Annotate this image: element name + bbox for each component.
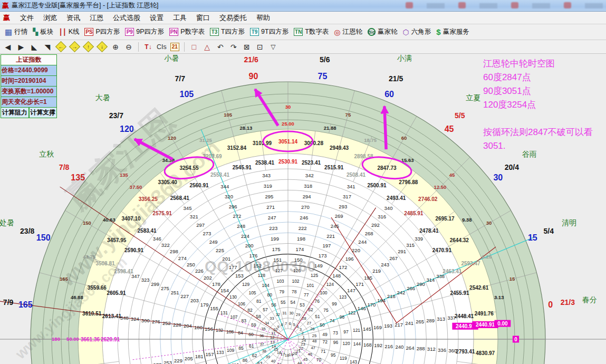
- svg-text:3152.84: 3152.84: [227, 145, 247, 151]
- svg-text:18.75: 18.75: [364, 137, 377, 143]
- cls-button[interactable]: CIs: [157, 42, 167, 52]
- svg-text:2613.41: 2613.41: [102, 313, 122, 319]
- menu-browse[interactable]: 浏览: [43, 13, 57, 23]
- menu-help[interactable]: 帮助: [256, 13, 270, 23]
- forward-button[interactable]: ▶: [16, 42, 26, 52]
- svg-text:245: 245: [331, 223, 339, 229]
- calc-support-button[interactable]: 计算支撑: [29, 108, 57, 118]
- svg-text:202: 202: [204, 275, 212, 281]
- svg-text:226: 226: [195, 268, 204, 274]
- svg-text:46: 46: [308, 352, 312, 357]
- svg-text:2440.91: 2440.91: [456, 323, 475, 329]
- toolbar-t-square-button[interactable]: T3T四方形: [210, 27, 245, 36]
- svg-text:221: 221: [326, 233, 335, 239]
- svg-text:345: 345: [184, 205, 192, 211]
- svg-text:60: 60: [248, 332, 254, 337]
- menu-trade[interactable]: 交易委托: [219, 13, 247, 23]
- funnel-button[interactable]: ▽: [268, 42, 278, 52]
- back-button[interactable]: ◀: [3, 42, 13, 52]
- svg-text:101: 101: [306, 283, 314, 288]
- t-down-button[interactable]: T↓: [143, 42, 153, 52]
- calendar-button[interactable]: 21: [170, 43, 179, 51]
- svg-text:194: 194: [377, 298, 386, 303]
- svg-text:145: 145: [363, 326, 371, 332]
- main-toolbar: ▦行情 ▚板块 ┃┃K线 PSP四方形 P99P四方形 PNP数字表 T3T四方…: [0, 24, 606, 40]
- menu-news[interactable]: 资讯: [66, 13, 80, 23]
- svg-text:8: 8: [281, 322, 283, 327]
- dollar-icon: $: [436, 27, 440, 36]
- draw-triangle-button[interactable]: △: [203, 42, 212, 52]
- toolbar-9p-square-button[interactable]: P99P四方形: [125, 27, 164, 36]
- svg-text:132: 132: [216, 328, 223, 333]
- svg-text:52: 52: [308, 307, 313, 312]
- svg-text:4: 4: [296, 324, 299, 329]
- menu-window[interactable]: 窗口: [196, 13, 210, 23]
- menu-file[interactable]: 文件: [20, 13, 34, 23]
- svg-text:315: 315: [406, 242, 415, 248]
- toolbar-winner-wheel-button[interactable]: Big赢家轮: [368, 27, 398, 36]
- svg-text:248: 248: [237, 223, 245, 229]
- svg-text:346: 346: [153, 236, 161, 242]
- expand-button[interactable]: ⊠: [242, 42, 252, 52]
- svg-text:205: 205: [185, 356, 193, 361]
- toolbar-gann-wheel-button[interactable]: ◎江恩轮: [334, 27, 362, 36]
- toolbar-hexagon-button[interactable]: ⬡六角形: [403, 27, 431, 36]
- svg-text:2455.91: 2455.91: [450, 290, 469, 296]
- svg-text:109: 109: [227, 348, 234, 353]
- svg-text:218: 218: [387, 293, 396, 299]
- svg-text:179: 179: [200, 302, 209, 308]
- menu-tools[interactable]: 工具: [173, 13, 187, 23]
- svg-text:154: 154: [220, 288, 229, 293]
- svg-text:228: 228: [173, 322, 181, 328]
- svg-text:316: 316: [378, 214, 386, 219]
- shrink-button[interactable]: ⊡: [255, 42, 265, 52]
- svg-text:341: 341: [347, 184, 355, 189]
- calc-resistance-button[interactable]: 计算阻力: [1, 108, 29, 118]
- svg-text:229: 229: [174, 358, 182, 363]
- svg-text:30: 30: [289, 311, 293, 315]
- toolbar-winner-service-button[interactable]: $赢家服务: [436, 27, 469, 36]
- pan-down-button[interactable]: ↓: [97, 41, 108, 52]
- svg-text:110: 110: [232, 362, 239, 364]
- pan-right-button[interactable]: →: [69, 41, 80, 52]
- draw-square-button[interactable]: □: [189, 42, 199, 52]
- toolbar-p-square-button[interactable]: PSP四方形: [84, 27, 120, 36]
- svg-text:63: 63: [257, 361, 263, 364]
- svg-text:3661.36: 3661.36: [81, 337, 100, 342]
- svg-text:266: 266: [407, 285, 415, 291]
- svg-text:60: 60: [384, 90, 394, 99]
- svg-text:5/5: 5/5: [455, 111, 465, 120]
- svg-text:296: 296: [229, 204, 237, 209]
- rotate-right-button[interactable]: ◥: [43, 42, 52, 52]
- price-row: 价格=2440.9099: [1, 65, 57, 76]
- toolbar-quotes-button[interactable]: ▦行情: [5, 27, 27, 37]
- winner-wheel-icon: Big: [368, 28, 376, 36]
- menu-formula-stockpick[interactable]: 公式选股: [113, 13, 140, 23]
- svg-text:123: 123: [339, 294, 347, 300]
- svg-text:37.50: 37.50: [130, 184, 142, 190]
- rotate-cw-button[interactable]: ↷: [229, 42, 238, 52]
- pan-up-button[interactable]: ↑: [83, 41, 94, 52]
- zoom-out-button[interactable]: ⊖: [124, 42, 133, 52]
- svg-text:45: 45: [449, 172, 455, 178]
- rotate-ccw-button[interactable]: ↶: [216, 42, 225, 52]
- zoom-in-button[interactable]: ⊕: [111, 42, 120, 52]
- svg-text:2796.88: 2796.88: [399, 179, 418, 185]
- toolbar-9t-square-button[interactable]: T99T四方形: [250, 27, 288, 36]
- toolbar-sectors-button[interactable]: ▚板块: [33, 27, 53, 36]
- menu-gann[interactable]: 江恩: [90, 13, 103, 23]
- menu-settings[interactable]: 设置: [150, 13, 163, 23]
- svg-text:295: 295: [265, 194, 273, 199]
- svg-text:297: 297: [196, 222, 205, 228]
- svg-text:97: 97: [343, 329, 349, 334]
- svg-text:219: 219: [372, 268, 381, 274]
- toolbar-p-table-button[interactable]: PNP数字表: [169, 27, 205, 36]
- svg-text:3610.51: 3610.51: [82, 311, 102, 317]
- toolbar-kline-button[interactable]: ┃┃K线: [59, 27, 79, 36]
- svg-text:21.88: 21.88: [324, 125, 336, 131]
- pan-left-button[interactable]: ←: [55, 41, 66, 52]
- toolbar-t-table-button[interactable]: TNT数字表: [294, 27, 329, 36]
- rotate-left-button[interactable]: ◣: [30, 42, 39, 52]
- svg-text:220: 220: [352, 247, 360, 253]
- svg-text:2560.91: 2560.91: [189, 183, 209, 188]
